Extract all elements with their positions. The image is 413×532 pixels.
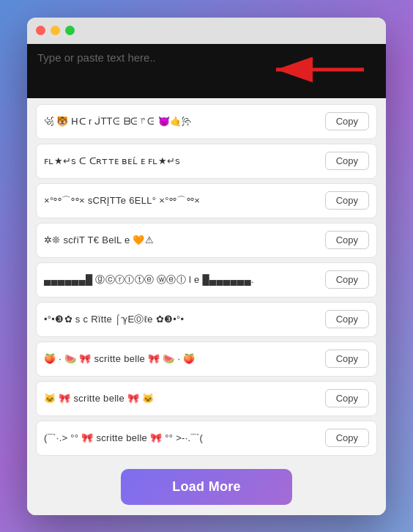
- result-row: (¯`·.> °° 🎀 scritte belle 🎀 °° >-·.¯`(Co…: [36, 421, 377, 456]
- title-bar: [27, 18, 386, 44]
- result-text: (¯`·.> °° 🎀 scritte belle 🎀 °° >-·.¯`(: [44, 432, 319, 443]
- copy-button-0[interactable]: Copy: [325, 112, 369, 130]
- copy-button-5[interactable]: Copy: [325, 310, 369, 328]
- results-list: ꧁ 🐯 ᕼᑕ r ᒎᎢᎢᕮ ᗷᕮ᥅ᕮ 😈🤙꧂Copyꜰʟ★↵ꜱ ᑕ ᑕʀᴛᴛᴇ …: [27, 98, 386, 462]
- copy-button-1[interactable]: Copy: [325, 152, 369, 170]
- result-row: ꧁ 🐯 ᕼᑕ r ᒎᎢᎢᕮ ᗷᕮ᥅ᕮ 😈🤙꧂Copy: [36, 104, 377, 139]
- copy-button-2[interactable]: Copy: [325, 191, 369, 210]
- result-row: ×°ᵒᵒ⌒ᵒᵒ× sCRĮTTe 6ELL° ×°ᵒᵒ⌒ᵒᵒ×Copy: [36, 183, 377, 218]
- app-window: ꧁ 🐯 ᕼᑕ r ᒎᎢᎢᕮ ᗷᕮ᥅ᕮ 😈🤙꧂Copyꜰʟ★↵ꜱ ᑕ ᑕʀᴛᴛᴇ …: [27, 18, 386, 515]
- result-text: •°•❸✿ s c Rïtte ⌠ℽEⓄℓe ✿❸•°•: [44, 313, 319, 326]
- copy-button-6[interactable]: Copy: [325, 350, 369, 368]
- result-row: ▄▄▄▄▄▄█ ⓖⓒⓡⒾⓣⓔ ⓦⓔⓛ l e █▄▄▄▄▄▄.Copy: [36, 262, 377, 298]
- copy-button-7[interactable]: Copy: [325, 389, 369, 407]
- result-row: ✲❊ scřiT T€ BelL e 🧡⚠Copy: [36, 223, 377, 258]
- result-row: •°•❸✿ s c Rïtte ⌠ℽEⓄℓe ✿❸•°•Copy: [36, 302, 377, 337]
- close-dot[interactable]: [36, 26, 45, 35]
- load-more-area: Load More: [27, 462, 386, 515]
- copy-button-4[interactable]: Copy: [325, 270, 369, 289]
- result-row: 🍑 · 🍉 🎀 scritte belle 🎀 🍉 · 🍑Copy: [36, 341, 377, 377]
- result-text: ꧁ 🐯 ᕼᑕ r ᒎᎢᎢᕮ ᗷᕮ᥅ᕮ 😈🤙꧂: [44, 116, 319, 128]
- result-row: ꜰʟ★↵ꜱ ᑕ ᑕʀᴛᴛᴇ ʙᴇʟ́ ᴇ ꜰʟ★↵ꜱCopy: [36, 144, 377, 179]
- arrow-indicator: [269, 56, 371, 86]
- result-row: 🐱 🎀 scritte belle 🎀 🐱Copy: [36, 381, 377, 416]
- copy-button-3[interactable]: Copy: [325, 231, 369, 249]
- result-text: ✲❊ scřiT T€ BelL e 🧡⚠: [44, 234, 319, 245]
- minimize-dot[interactable]: [51, 26, 60, 35]
- copy-button-8[interactable]: Copy: [325, 429, 369, 447]
- maximize-dot[interactable]: [65, 26, 75, 35]
- result-text: ×°ᵒᵒ⌒ᵒᵒ× sCRĮTTe 6ELL° ×°ᵒᵒ⌒ᵒᵒ×: [44, 194, 319, 207]
- input-area: [27, 44, 386, 98]
- result-text: ꜰʟ★↵ꜱ ᑕ ᑕʀᴛᴛᴇ ʙᴇʟ́ ᴇ ꜰʟ★↵ꜱ: [44, 155, 319, 166]
- load-more-button[interactable]: Load More: [121, 469, 292, 505]
- result-text: 🐱 🎀 scritte belle 🎀 🐱: [44, 393, 319, 404]
- result-text: 🍑 · 🍉 🎀 scritte belle 🎀 🍉 · 🍑: [44, 353, 319, 364]
- result-text: ▄▄▄▄▄▄█ ⓖⓒⓡⒾⓣⓔ ⓦⓔⓛ l e █▄▄▄▄▄▄.: [44, 273, 319, 287]
